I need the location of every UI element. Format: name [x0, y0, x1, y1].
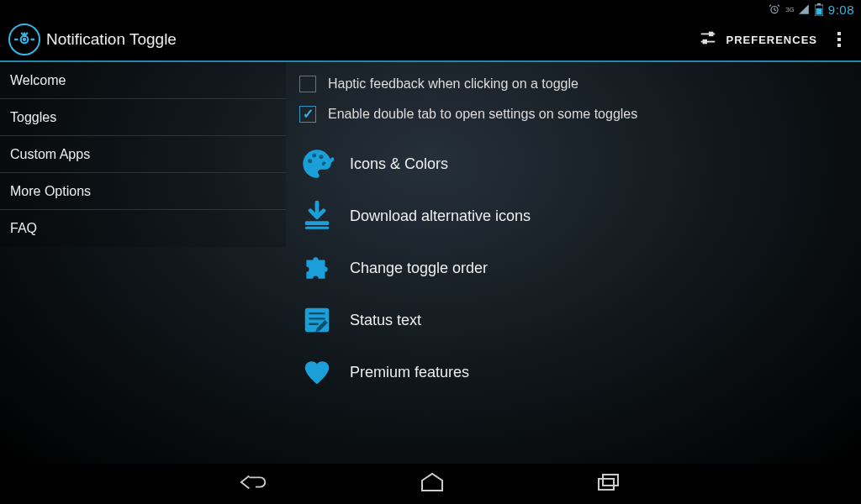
svg-point-4	[23, 38, 26, 41]
edit-note-icon	[299, 302, 335, 338]
main-area: Welcome Toggles Custom Apps More Options…	[0, 62, 861, 464]
sidebar-item-welcome[interactable]: Welcome	[0, 62, 286, 99]
nav-back-button[interactable]	[223, 464, 285, 504]
content-pane: Haptic feedback when clicking on a toggl…	[286, 62, 861, 464]
status-bar: 3G 9:08	[0, 0, 861, 18]
option-label: Premium features	[350, 364, 469, 381]
sidebar-item-label: FAQ	[10, 221, 37, 236]
puzzle-icon	[299, 250, 335, 286]
navigation-bar	[0, 464, 861, 504]
svg-rect-15	[305, 227, 330, 229]
option-premium[interactable]: Premium features	[286, 346, 861, 398]
sidebar: Welcome Toggles Custom Apps More Options…	[0, 62, 286, 464]
svg-point-10	[312, 154, 316, 158]
nav-recents-button[interactable]	[579, 465, 638, 503]
app-icon	[8, 24, 40, 55]
sidebar-item-toggles[interactable]: Toggles	[0, 99, 286, 136]
heart-icon	[299, 354, 335, 390]
svg-rect-14	[305, 221, 330, 225]
overflow-menu-button[interactable]	[826, 25, 853, 54]
option-label: Change toggle order	[350, 260, 488, 277]
sidebar-item-faq[interactable]: FAQ	[0, 210, 286, 247]
svg-rect-3	[816, 8, 821, 15]
nav-home-button[interactable]	[403, 465, 462, 503]
sidebar-item-label: Welcome	[10, 73, 66, 88]
preferences-button[interactable]: PREFERENCES	[690, 22, 826, 57]
sliders-icon	[699, 29, 717, 50]
palette-icon	[299, 146, 335, 181]
sidebar-item-label: Toggles	[10, 110, 56, 125]
svg-point-9	[308, 159, 312, 163]
option-label: Status text	[350, 312, 421, 329]
sidebar-item-more-options[interactable]: More Options	[0, 173, 286, 210]
checkbox-row-double-tap[interactable]: Enable double tab to open settings on so…	[286, 99, 861, 129]
network-label: 3G	[785, 6, 795, 13]
sidebar-item-label: Custom Apps	[10, 147, 90, 162]
sidebar-item-custom-apps[interactable]: Custom Apps	[0, 136, 286, 173]
sidebar-item-label: More Options	[10, 184, 91, 199]
checkbox-label: Enable double tab to open settings on so…	[328, 107, 637, 122]
alarm-icon	[769, 3, 780, 15]
battery-icon	[815, 3, 823, 16]
preferences-label: PREFERENCES	[726, 34, 817, 46]
download-icon	[299, 198, 335, 234]
app-title: Notification Toggle	[46, 30, 177, 49]
checkbox-label: Haptic feedback when clicking on a toggl…	[328, 76, 578, 92]
signal-icon	[798, 3, 810, 15]
checkbox-double-tap[interactable]	[299, 106, 316, 123]
svg-rect-18	[603, 475, 618, 486]
svg-point-11	[320, 155, 324, 159]
option-download-icons[interactable]: Download alternative icons	[286, 190, 861, 242]
option-label: Download alternative icons	[350, 207, 531, 225]
option-status-text[interactable]: Status text	[286, 294, 861, 346]
option-change-order[interactable]: Change toggle order	[286, 242, 861, 294]
option-icons-colors[interactable]: Icons & Colors	[286, 138, 861, 190]
svg-rect-8	[704, 40, 707, 44]
option-label: Icons & Colors	[350, 155, 448, 173]
svg-rect-17	[599, 479, 614, 490]
checkbox-row-haptic[interactable]: Haptic feedback when clicking on a toggl…	[286, 69, 861, 99]
status-clock: 9:08	[828, 3, 854, 17]
checkbox-haptic[interactable]	[299, 76, 316, 92]
svg-rect-7	[710, 33, 713, 36]
action-bar: Notification Toggle PREFERENCES	[0, 18, 861, 62]
